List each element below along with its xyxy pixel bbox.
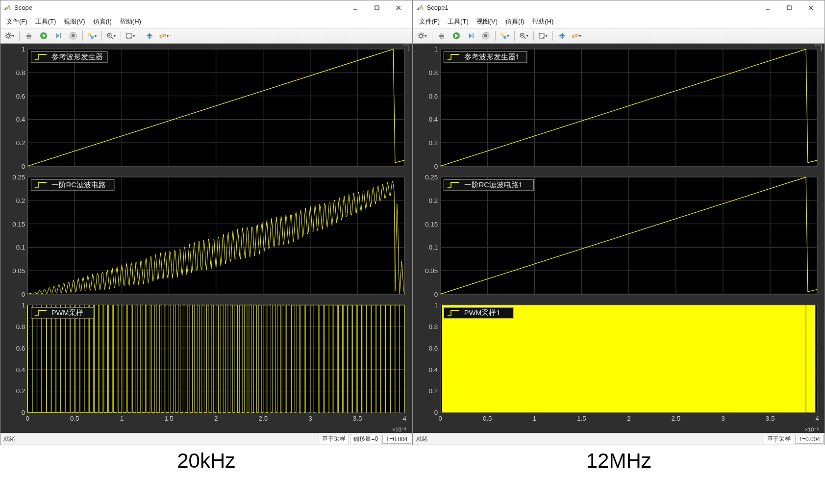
svg-line-14	[6, 37, 7, 38]
svg-text:0.25: 0.25	[12, 174, 25, 181]
titlebar[interactable]: Scope	[0, 0, 412, 15]
svg-text:0.8: 0.8	[16, 323, 25, 330]
close-button[interactable]	[800, 1, 822, 15]
step-button[interactable]	[51, 30, 65, 42]
svg-point-1	[4, 8, 6, 10]
cursor-button[interactable]	[555, 30, 569, 42]
scope-plot[interactable]: 00.20.40.60.8100.511.522.533.54 PWM采样1	[415, 302, 821, 426]
menu-item[interactable]: 工具(T)	[31, 16, 60, 27]
svg-text:0.6: 0.6	[428, 93, 438, 100]
toolbar-separator	[552, 31, 553, 41]
caption-label: 20kHz	[0, 445, 413, 480]
minimize-button[interactable]	[345, 1, 366, 15]
toolbar-separator	[101, 31, 102, 41]
print-button[interactable]	[22, 30, 36, 42]
x-axis-exponent: ×10⁻³	[413, 427, 825, 433]
svg-point-126	[420, 34, 423, 37]
highlight-button[interactable]: ▼	[85, 30, 99, 42]
svg-text:1: 1	[120, 415, 124, 423]
toolbar: ▼▼▼▼▼	[0, 28, 412, 44]
scope-plot[interactable]: 00.20.40.60.81 参考波形发生器	[2, 46, 408, 170]
svg-line-132	[423, 37, 424, 38]
menu-item[interactable]: 文件(F)	[415, 16, 444, 27]
svg-text:4: 4	[402, 415, 406, 423]
svg-text:0: 0	[22, 409, 25, 416]
scope-plot[interactable]: 00.20.40.60.8100.511.522.533.54 PWM采样	[2, 302, 408, 426]
svg-text:0.1: 0.1	[428, 244, 438, 251]
settings-button[interactable]: ▼	[3, 30, 17, 42]
svg-text:0.2: 0.2	[428, 139, 438, 147]
svg-text:0.8: 0.8	[428, 323, 438, 330]
plot-area: 00.20.40.60.81 参考波形发生器 00.050.10.150.20.…	[0, 44, 412, 433]
run-button[interactable]	[450, 30, 463, 42]
status-mode: 基于采样	[764, 434, 794, 444]
plot-panel: 00.20.40.60.81 参考波形发生器	[2, 46, 408, 170]
svg-text:0.4: 0.4	[16, 116, 25, 123]
svg-text:4: 4	[815, 415, 819, 423]
svg-text:0.6: 0.6	[16, 93, 25, 100]
step-button[interactable]	[464, 30, 478, 42]
minimize-button[interactable]	[757, 1, 778, 15]
toolbar-separator	[533, 31, 534, 41]
svg-text:0.4: 0.4	[428, 366, 438, 374]
measure-button[interactable]: ▼	[157, 30, 171, 42]
svg-text:0.2: 0.2	[16, 197, 25, 204]
menu-item[interactable]: 视图(V)	[60, 16, 89, 27]
svg-text:2.5: 2.5	[671, 415, 680, 423]
svg-text:2.5: 2.5	[258, 415, 268, 423]
menu-item[interactable]: 工具(T)	[444, 16, 473, 27]
plot-panel: 00.050.10.150.20.25 一阶RC滤波电路1	[415, 174, 821, 298]
cursor-button[interactable]	[143, 30, 156, 42]
scope-plot[interactable]: 00.050.10.150.20.25 一阶RC滤波电路1	[415, 174, 821, 298]
svg-text:3.5: 3.5	[765, 415, 775, 423]
svg-text:0.5: 0.5	[482, 415, 492, 423]
status-offset: 偏移量=0	[350, 434, 381, 444]
stop-button[interactable]	[479, 30, 493, 42]
svg-text:0.15: 0.15	[425, 221, 438, 228]
menu-item[interactable]: 帮助(H)	[116, 16, 145, 27]
autoscale-button[interactable]: ▼	[536, 30, 550, 42]
autoscale-button[interactable]: ▼	[124, 30, 137, 42]
highlight-button[interactable]: ▼	[498, 30, 512, 42]
svg-line-133	[423, 33, 424, 34]
toolbar-separator	[495, 31, 496, 41]
svg-text:0.4: 0.4	[16, 366, 25, 374]
svg-point-121	[417, 8, 419, 10]
menu-item[interactable]: 帮助(H)	[528, 16, 557, 27]
toolbar-separator	[514, 31, 515, 41]
menu-item[interactable]: 仿真(I)	[89, 16, 116, 27]
legend: 参考波形发生器1	[444, 51, 526, 62]
menu-item[interactable]: 仿真(I)	[501, 16, 528, 27]
menu-item[interactable]: 视图(V)	[473, 16, 501, 27]
plot-panel: 00.050.10.150.20.25 一阶RC滤波电路	[2, 174, 408, 298]
scope-plot[interactable]: 00.20.40.60.81 参考波形发生器1	[415, 46, 821, 170]
svg-text:0.25: 0.25	[425, 174, 438, 181]
titlebar[interactable]: Scope1	[413, 0, 825, 15]
statusbar: 就绪 基于采样 T=0.004	[413, 433, 825, 445]
print-button[interactable]	[435, 30, 449, 42]
zoom-button[interactable]: ▼	[517, 30, 531, 42]
plot-panel: 00.20.40.60.8100.511.522.533.54 PWM采样1	[415, 302, 821, 426]
measure-button[interactable]: ▼	[570, 30, 584, 42]
status-time: T=0.004	[795, 435, 824, 444]
settings-button[interactable]: ▼	[416, 30, 429, 42]
svg-text:0: 0	[434, 291, 437, 298]
svg-marker-20	[56, 33, 59, 38]
menu-item[interactable]: 文件(F)	[2, 16, 31, 27]
plot-area: 00.20.40.60.81 参考波形发生器1 00.050.10.150.20…	[413, 44, 825, 433]
status-ready: 就绪	[0, 435, 319, 443]
svg-text:一阶RC滤波电路: 一阶RC滤波电路	[51, 181, 106, 189]
status-mode: 基于采样	[319, 434, 349, 444]
svg-text:0.2: 0.2	[16, 388, 25, 395]
run-button[interactable]	[37, 30, 50, 42]
close-button[interactable]	[388, 1, 409, 15]
maximize-button[interactable]	[366, 1, 388, 15]
svg-text:0: 0	[25, 415, 29, 423]
scope-plot[interactable]: 00.050.10.150.20.25 一阶RC滤波电路	[2, 174, 408, 298]
legend: 一阶RC滤波电路1	[444, 179, 533, 190]
stop-button[interactable]	[66, 30, 80, 42]
zoom-button[interactable]: ▼	[104, 30, 118, 42]
svg-text:1: 1	[22, 46, 25, 53]
maximize-button[interactable]	[778, 1, 800, 15]
toolbar: ▼▼▼▼▼	[413, 28, 825, 44]
